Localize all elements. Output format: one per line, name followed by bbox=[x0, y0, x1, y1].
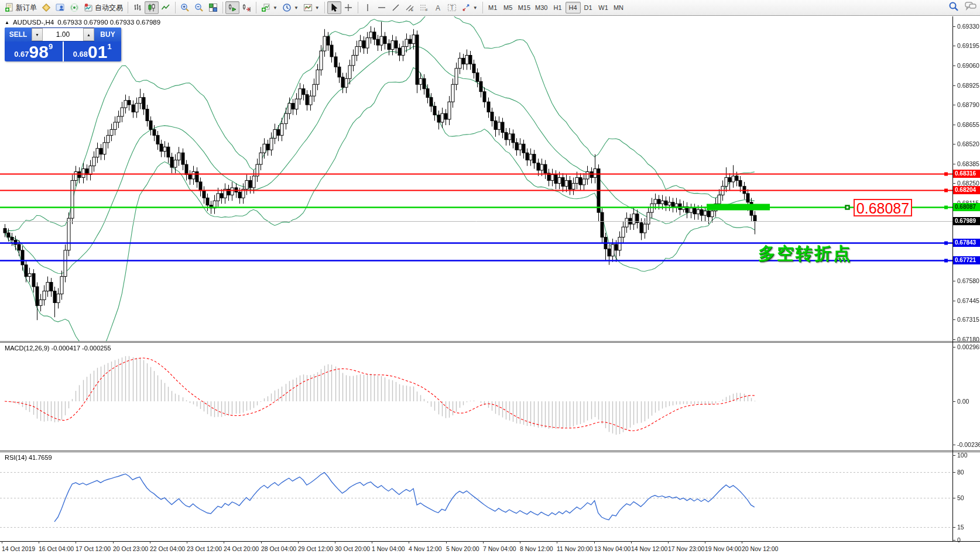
buy-button[interactable]: BUY bbox=[94, 27, 121, 42]
price-tick bbox=[952, 26, 955, 27]
cursor-button[interactable] bbox=[327, 1, 341, 14]
zoom-in-button[interactable] bbox=[178, 1, 192, 14]
volume-value[interactable]: 1.00 bbox=[43, 28, 83, 41]
search-icon[interactable] bbox=[948, 1, 959, 12]
channel-button[interactable]: E bbox=[403, 1, 417, 14]
price-tick-label: 0.67580 bbox=[957, 277, 979, 284]
line-chart-button[interactable] bbox=[159, 1, 173, 14]
buy-price-small: 0.68 bbox=[73, 50, 88, 59]
fibonacci-button[interactable]: F bbox=[417, 1, 431, 14]
buy-price[interactable]: 0.68011 bbox=[64, 42, 122, 61]
volume-increase-button[interactable]: ▲ bbox=[83, 28, 94, 41]
time-axis-tick bbox=[557, 541, 557, 543]
zoom-out-icon bbox=[194, 3, 204, 12]
svg-text:A: A bbox=[436, 4, 440, 12]
buy-price-big: 01 bbox=[88, 44, 107, 60]
price-tick bbox=[952, 183, 955, 184]
tile-windows-button[interactable] bbox=[206, 1, 220, 14]
chart-shift-button[interactable] bbox=[239, 1, 253, 14]
trendline-icon bbox=[391, 3, 400, 12]
time-axis-label: 17 Nov 23:00 bbox=[668, 545, 704, 552]
rsi-tick-label: 50 bbox=[957, 494, 964, 501]
new-order-button[interactable]: 新订单 bbox=[2, 1, 39, 14]
text-label-icon: T bbox=[447, 3, 457, 12]
crosshair-button[interactable] bbox=[341, 1, 355, 14]
autotrading-button[interactable]: 自动交易 bbox=[81, 1, 125, 14]
time-axis-tick bbox=[372, 541, 372, 543]
rsi-indicator-pane[interactable] bbox=[0, 452, 952, 541]
timeframe-h1-button[interactable]: H1 bbox=[550, 2, 566, 13]
rsi-tick bbox=[952, 498, 955, 498]
price-callout-box[interactable]: 0.68087 bbox=[854, 199, 912, 216]
signals-button[interactable] bbox=[67, 1, 81, 14]
arrows-icon bbox=[461, 3, 471, 12]
timeframe-m30-button[interactable]: M30 bbox=[533, 2, 550, 13]
arrows-button[interactable]: ▼ bbox=[459, 1, 480, 14]
sell-price-big: 98 bbox=[29, 44, 49, 60]
price-tick-label: 0.68925 bbox=[957, 82, 979, 89]
timeframe-h4-button[interactable]: H4 bbox=[566, 2, 581, 13]
macd-tick-label: 0.002965 bbox=[957, 343, 980, 350]
timeframe-mn-button[interactable]: MN bbox=[611, 2, 626, 13]
pane-divider[interactable] bbox=[0, 450, 980, 452]
timeframe-m15-button[interactable]: M15 bbox=[516, 2, 533, 13]
price-tick-label: 0.68520 bbox=[957, 140, 979, 147]
timeframe-w1-button[interactable]: W1 bbox=[596, 2, 611, 13]
time-axis-tick bbox=[520, 541, 520, 543]
horizontal-line-button[interactable] bbox=[375, 1, 389, 14]
macd-tick bbox=[952, 445, 955, 445]
bar-chart-button[interactable] bbox=[131, 1, 145, 14]
candlestick-chart-button[interactable] bbox=[145, 1, 159, 14]
line-chart-icon bbox=[161, 3, 170, 12]
price-tick bbox=[952, 66, 955, 66]
price-tick bbox=[952, 46, 955, 46]
price-tick bbox=[952, 125, 955, 125]
main-price-chart[interactable] bbox=[0, 16, 952, 341]
toolbar-separator bbox=[324, 2, 325, 13]
toolbar-separator bbox=[358, 2, 358, 13]
time-axis-tick bbox=[224, 541, 224, 543]
trendline-button[interactable] bbox=[389, 1, 403, 14]
time-axis-tick bbox=[742, 541, 742, 543]
timeframe-group: M1M5M15M30H1H4D1W1MN bbox=[485, 2, 626, 13]
text-button[interactable]: A bbox=[431, 1, 445, 14]
price-tick-label: 0.68655 bbox=[957, 121, 979, 128]
time-axis-tick bbox=[261, 541, 262, 543]
buy-price-sup: 1 bbox=[107, 42, 111, 51]
toolbar-separator bbox=[256, 2, 256, 13]
templates-button[interactable]: ▼ bbox=[301, 1, 322, 14]
time-axis-tick bbox=[705, 541, 705, 543]
text-label-button[interactable]: T bbox=[445, 1, 459, 14]
price-tag: 0.68316 bbox=[953, 170, 980, 178]
time-axis-tick bbox=[594, 541, 595, 543]
sell-price[interactable]: 0.67989 bbox=[5, 42, 63, 61]
price-tick bbox=[952, 339, 955, 340]
auto-scroll-button[interactable] bbox=[225, 1, 239, 14]
chat-icon[interactable] bbox=[965, 1, 976, 12]
timeframe-d1-button[interactable]: D1 bbox=[581, 2, 596, 13]
indicators-button[interactable]: ▼ bbox=[259, 1, 280, 14]
macd-tick-label: -0.002363 bbox=[957, 441, 980, 448]
pane-divider[interactable] bbox=[0, 341, 980, 343]
autotrading-label: 自动交易 bbox=[95, 3, 123, 13]
time-axis-tick bbox=[298, 541, 299, 543]
zoom-out-button[interactable] bbox=[192, 1, 206, 14]
turning-point-annotation[interactable]: 多空转折点 bbox=[758, 242, 852, 266]
volume-stepper: ▼ 1.00 ▲ bbox=[32, 27, 94, 42]
sell-price-small: 0.67 bbox=[14, 50, 29, 59]
toolbar-separator bbox=[128, 2, 128, 13]
chart-shift-icon bbox=[242, 3, 251, 12]
metaeditor-button[interactable] bbox=[39, 1, 53, 14]
vertical-line-button[interactable] bbox=[361, 1, 375, 14]
sell-button[interactable]: SELL bbox=[5, 27, 32, 42]
price-tick-label: 0.67315 bbox=[957, 316, 979, 323]
periods-button[interactable]: ▼ bbox=[280, 1, 301, 14]
auto-scroll-icon bbox=[228, 3, 237, 12]
volume-decrease-button[interactable]: ▼ bbox=[32, 28, 43, 41]
collapse-triangle-icon[interactable]: ▲ bbox=[5, 20, 9, 25]
timeframe-m5-button[interactable]: M5 bbox=[501, 2, 516, 13]
timeframe-m1-button[interactable]: M1 bbox=[485, 2, 501, 13]
macd-indicator-pane[interactable] bbox=[0, 342, 952, 450]
toolbar-separator bbox=[222, 2, 223, 13]
profiles-button[interactable] bbox=[53, 1, 67, 14]
